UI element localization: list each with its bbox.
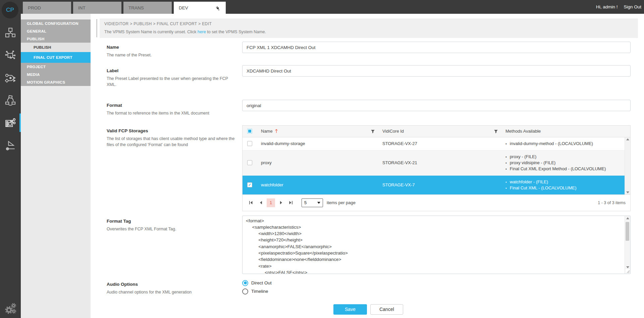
resize-grip[interactable]: [626, 269, 630, 273]
env-tabs: PRODINTTRANSDEV: [23, 2, 226, 14]
label-input[interactable]: [242, 65, 631, 77]
format-tag-textarea[interactable]: <format> <samplecharacteristics> <width>…: [242, 216, 631, 274]
nav-item-motion-graphics[interactable]: MOTION GRAPHICS: [21, 78, 91, 86]
radio-option-timeline[interactable]: Timeline: [242, 288, 631, 294]
row-checkbox[interactable]: [247, 160, 252, 165]
grid-pager: 1 5 items per page 1 - 3 of 3 items: [243, 194, 630, 211]
storage-vidicore-id: STORAGE-VX-27: [378, 141, 501, 146]
radio-label: Direct Out: [251, 280, 272, 285]
cp-logo[interactable]: CP: [2, 2, 18, 18]
settings-gears-icon[interactable]: [4, 301, 18, 315]
storages-row: Valid FCP Storages The list of storages …: [100, 125, 638, 211]
nav-item-publish[interactable]: PUBLISH: [21, 43, 91, 52]
scrollbar-thumb[interactable]: [626, 222, 629, 241]
tab-label: DEV: [179, 5, 188, 10]
tab-dev[interactable]: DEV: [174, 2, 226, 14]
filter-icon[interactable]: [371, 129, 375, 134]
select-all-cell: [243, 126, 257, 137]
format-tag-label: Format Tag: [107, 219, 242, 224]
grid-scrollbar[interactable]: [625, 137, 630, 194]
tab-label: PROD: [28, 5, 41, 10]
notice-here-link[interactable]: here: [198, 30, 206, 34]
sidebar-item-workflow[interactable]: [0, 66, 21, 89]
storage-methods: •watchfolder - (FILE)•Final Cut XML - (L…: [501, 176, 625, 194]
nav-item-project[interactable]: PROJECT: [21, 63, 91, 71]
config-nav: GLOBAL CONFIGURATIONGENERALPUBLISHPUBLIS…: [21, 14, 91, 318]
save-button[interactable]: Save: [333, 304, 367, 315]
nav-item-media[interactable]: MEDIA: [21, 71, 91, 78]
format-tag-row: Format Tag Overwrites the FCP XML Format…: [100, 216, 638, 274]
column-header-name-label: Name: [261, 129, 273, 134]
scroll-up-icon[interactable]: [625, 217, 630, 219]
label-caption: The Preset Label presented to the user w…: [107, 76, 238, 88]
last-page-button[interactable]: [287, 199, 294, 207]
pager-summary: 1 - 3 of 3 items: [598, 200, 626, 205]
radio-option-direct-out[interactable]: Direct Out: [242, 280, 631, 286]
media-tools-icon: [4, 139, 16, 151]
vpms-notice: The VPMS System Name is currently unset.…: [104, 30, 633, 34]
storage-name: invalid-dummy-storage: [257, 141, 378, 146]
first-page-button[interactable]: [247, 199, 255, 207]
sign-out-link[interactable]: Sign Out: [624, 4, 641, 9]
nav-item-final-cut-export[interactable]: FINAL CUT EXPORT: [21, 52, 91, 63]
nav-item-general[interactable]: GENERAL: [21, 27, 91, 35]
collaboration-icon: [4, 94, 16, 106]
sidebar-item-modules[interactable]: [0, 21, 21, 44]
tab-prod[interactable]: PROD: [23, 2, 71, 14]
sidebar-item-collaboration[interactable]: [0, 89, 21, 111]
column-header-methods[interactable]: Methods Available: [501, 126, 630, 137]
name-row: Name The name of the Preset.: [100, 42, 638, 58]
page-size-select[interactable]: 5: [302, 198, 323, 207]
name-label: Name: [107, 45, 242, 50]
textarea-scrollbar[interactable]: [625, 216, 630, 274]
next-page-button[interactable]: [277, 199, 285, 207]
filter-icon[interactable]: [494, 129, 498, 134]
format-tag-content: <format> <samplecharacteristics> <width>…: [243, 216, 630, 274]
configure-icon: [4, 49, 16, 61]
scroll-down-icon[interactable]: [625, 266, 630, 268]
format-tag-caption: Overwrites the FCP XML Format Tag.: [107, 226, 238, 232]
tab-trans[interactable]: TRANS: [123, 2, 172, 14]
column-header-vidicore-id[interactable]: VidiCore Id: [378, 126, 501, 137]
sidebar-item-media-tools[interactable]: [0, 134, 21, 156]
prev-page-button[interactable]: [257, 199, 264, 207]
cancel-button[interactable]: Cancel: [370, 304, 403, 315]
modules-icon: [4, 27, 16, 39]
chevron-down-icon: [317, 202, 320, 204]
label-row: Label The Preset Label presented to the …: [100, 65, 638, 88]
table-row[interactable]: invalid-dummy-storageSTORAGE-VX-27•inval…: [243, 137, 625, 150]
storages-caption: The list of storages that has client usa…: [107, 136, 238, 148]
row-checkbox[interactable]: ✓: [247, 182, 252, 187]
radio-unselected-icon[interactable]: [242, 288, 248, 294]
sidebar-item-configure[interactable]: [0, 44, 21, 66]
row-checkbox[interactable]: [247, 141, 252, 146]
radio-selected-icon[interactable]: [242, 280, 248, 286]
name-caption: The name of the Preset.: [107, 52, 238, 58]
label-label: Label: [107, 68, 242, 73]
storage-name: watchfolder: [257, 182, 378, 187]
format-label: Format: [107, 103, 242, 108]
main-content: VIDIEDITOR > PUBLISH > FINAL CUT EXPORT …: [100, 14, 638, 315]
table-row[interactable]: proxySTORAGE-VX-21•proxy - (FILE)•proxy …: [243, 150, 625, 176]
tab-int[interactable]: INT: [73, 2, 121, 14]
audio-options-caption: Audio channel options for the XML genera…: [107, 289, 238, 295]
table-row[interactable]: ✓watchfolderSTORAGE-VX-7•watchfolder - (…: [243, 176, 625, 194]
column-header-name[interactable]: Name: [257, 126, 378, 137]
storages-label: Valid FCP Storages: [107, 128, 242, 133]
content-scrollbar[interactable]: [96, 19, 97, 37]
form-actions: Save Cancel: [100, 304, 638, 315]
scroll-down-icon[interactable]: [626, 191, 629, 193]
format-input[interactable]: [242, 100, 631, 111]
sidebar-item-video-editor[interactable]: [0, 111, 21, 134]
scroll-up-icon[interactable]: [626, 138, 629, 140]
current-page-button[interactable]: 1: [267, 198, 275, 207]
storages-grid-header: Name VidiCore Id: [243, 126, 630, 137]
name-input[interactable]: [242, 42, 631, 53]
tab-label: INT: [78, 5, 86, 10]
storage-methods: •invalid-dummy-method - (LOCALVOLUME): [501, 137, 625, 150]
nav-item-publish[interactable]: PUBLISH: [21, 35, 91, 43]
nav-item-global-configuration[interactable]: GLOBAL CONFIGURATION: [21, 19, 91, 27]
audio-options: Direct OutTimeline: [242, 279, 631, 297]
select-all-checkbox[interactable]: [247, 129, 252, 134]
sort-asc-icon: [275, 129, 278, 133]
